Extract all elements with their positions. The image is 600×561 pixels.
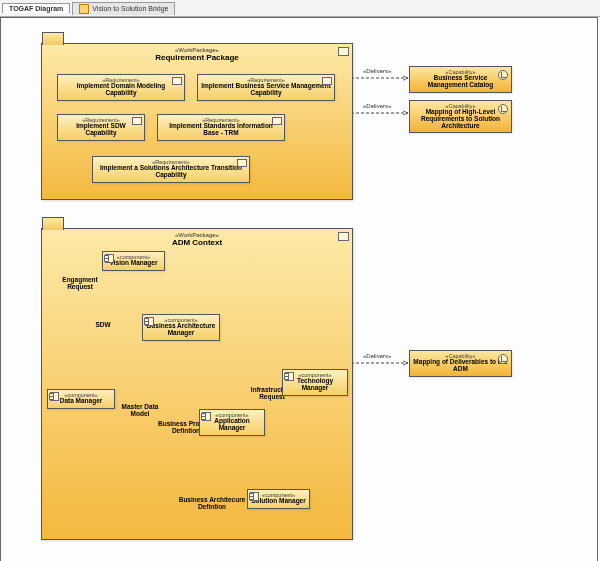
package-header: «WorkPackage» ADM Context xyxy=(42,229,352,247)
node-master-data-model[interactable]: Master Data Model xyxy=(114,404,166,418)
element-name: Business Service Management Catalog xyxy=(413,75,508,89)
tab-vision-to-solution-bridge[interactable]: Vision to Solution Bridge xyxy=(72,2,175,15)
package-title: ADM Context xyxy=(172,238,222,247)
capability-mapping-reqs[interactable]: «Capability» Mapping of High-Level Requi… xyxy=(409,100,512,133)
component-solution-manager[interactable]: «component» Solution Manager xyxy=(247,489,310,509)
requirement-bsm[interactable]: «Requirement» Implement Business Service… xyxy=(197,74,335,101)
element-name: Master Data Model xyxy=(122,403,159,417)
element-name: Mapping of Deliverables to the ADM xyxy=(413,359,508,373)
element-name: Implement Business Service Management Ca… xyxy=(201,83,331,97)
capability-bsm-catalog[interactable]: «Capability» Business Service Management… xyxy=(409,66,512,93)
element-name: Mapping of High-Level Requirements to So… xyxy=(413,109,508,129)
package-adm-context[interactable]: «WorkPackage» ADM Context «component» Vi… xyxy=(41,228,353,540)
element-glyph-icon xyxy=(322,77,332,85)
capability-icon xyxy=(498,354,508,364)
component-icon xyxy=(145,317,154,326)
diagram-icon xyxy=(79,4,89,14)
component-icon xyxy=(285,372,294,381)
node-engagement-request[interactable]: Engagment Request xyxy=(54,277,106,291)
component-bam[interactable]: «component» Business Architecture Manage… xyxy=(142,314,220,341)
element-name: Application Manager xyxy=(203,418,261,432)
package-glyph-icon xyxy=(338,47,349,56)
requirement-sdw[interactable]: «Requirement» Implement SDW Capability xyxy=(57,114,145,141)
requirement-trm[interactable]: «Requirement» Implement Standards Inform… xyxy=(157,114,285,141)
tab-label: TOGAF Diagram xyxy=(9,5,63,12)
node-sdw[interactable]: SDW xyxy=(89,322,117,329)
element-name: Implement SDW Capability xyxy=(61,123,141,137)
element-glyph-icon xyxy=(272,117,282,125)
element-name: Implement Standards Information Base - T… xyxy=(161,123,281,137)
component-icon xyxy=(202,412,211,421)
element-glyph-icon xyxy=(132,117,142,125)
tab-togaf-diagram[interactable]: TOGAF Diagram xyxy=(2,3,70,13)
element-name: Solution Manager xyxy=(251,498,306,505)
package-glyph-icon xyxy=(338,232,349,241)
element-name: Implement Domain Modeling Capability xyxy=(61,83,181,97)
component-application-manager[interactable]: «component» Application Manager xyxy=(199,409,265,436)
capability-icon xyxy=(498,104,508,114)
element-name: Business Architecture Manager xyxy=(146,323,216,337)
package-requirement[interactable]: «WorkPackage» Requirement Package «Requi… xyxy=(41,43,353,200)
edge-label-delivers: «Delivers» xyxy=(363,68,391,74)
element-name: Business Architecure Defintion xyxy=(179,496,246,510)
node-business-architecture-definition[interactable]: Business Architecure Defintion xyxy=(172,497,252,511)
element-name: SDW xyxy=(95,321,110,328)
edge-label-delivers: «Delivers» xyxy=(363,353,391,359)
capability-icon xyxy=(498,70,508,80)
component-icon xyxy=(105,254,114,263)
package-header: «WorkPackage» Requirement Package xyxy=(42,44,352,62)
element-name: Data Manager xyxy=(51,398,111,405)
requirement-transition[interactable]: «Requirement» Implement a Solutions Arch… xyxy=(92,156,250,183)
component-data-manager[interactable]: «component» Data Manager xyxy=(47,389,115,409)
component-vision-manager[interactable]: «component» Vision Manager xyxy=(102,251,165,271)
edge-label-delivers: «Delivers» xyxy=(363,103,391,109)
tab-bar: TOGAF Diagram Vision to Solution Bridge xyxy=(0,0,600,17)
element-name: Implement a Solutions Architecture Trans… xyxy=(96,165,246,179)
package-title: Requirement Package xyxy=(155,53,239,62)
element-name: Engagment Request xyxy=(62,276,97,290)
diagram-canvas[interactable]: «Delivers» «Delivers» «Delivers» «WorkPa… xyxy=(0,17,598,561)
component-technology-manager[interactable]: «component» Technology Manager xyxy=(282,369,348,396)
component-icon xyxy=(250,492,259,501)
requirement-domain-modeling[interactable]: «Requirement» Implement Domain Modeling … xyxy=(57,74,185,101)
element-glyph-icon xyxy=(237,159,247,167)
tab-label: Vision to Solution Bridge xyxy=(92,5,168,12)
element-name: Vision Manager xyxy=(106,260,161,267)
element-name: Technology Manager xyxy=(286,378,344,392)
capability-mapping-deliverables[interactable]: «Capability» Mapping of Deliverables to … xyxy=(409,350,512,377)
element-glyph-icon xyxy=(172,77,182,85)
component-icon xyxy=(50,392,59,401)
